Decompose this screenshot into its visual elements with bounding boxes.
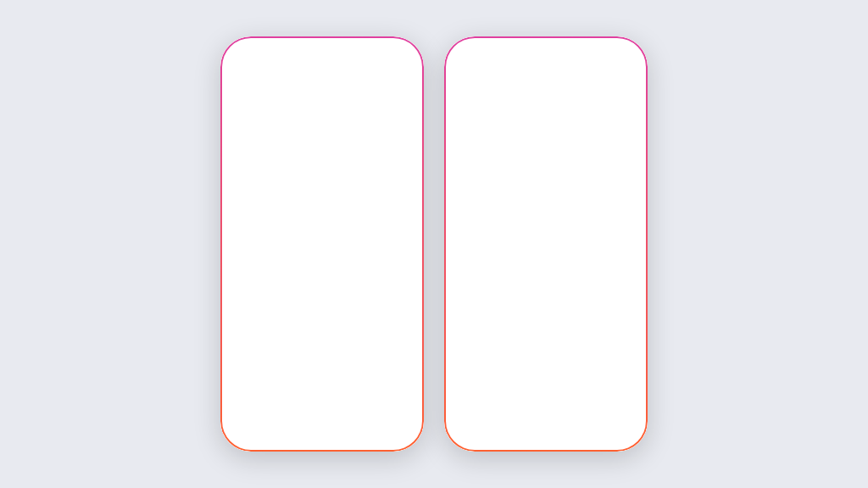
contact-connections-3: 60 shared connections (487, 308, 632, 316)
battery-icon-left (400, 44, 412, 50)
block-teen-row-2[interactable]: Block teen from Instagram (233, 328, 411, 358)
contact-item-3[interactable]: NSprincess_peaceNicollete Sanders60 shar… (456, 286, 636, 321)
contact-name-3: Nicollete Sanders (487, 299, 632, 308)
contact-username-2: ted_graham321 (487, 254, 632, 263)
page-title-left: Time management (232, 80, 412, 97)
block-teen-toggle-2[interactable] (386, 335, 403, 352)
daily-limit-value: 1 hour (242, 279, 265, 288)
battery-icon-right (624, 44, 636, 50)
avatar-2: TG (456, 254, 481, 280)
block-teen-label-2: Block teen from Instagram (242, 339, 341, 348)
chats-description: See who your teen chatted with for the l… (456, 103, 636, 147)
search-bar[interactable]: 🔍 Search (456, 154, 636, 172)
contact-item-1[interactable]: CKsprinkles_bby19Chirsty Kaiden159 share… (456, 214, 636, 250)
signal-icon-right (600, 43, 611, 51)
daily-limit-label: Daily limit (232, 252, 412, 264)
back-button-left[interactable]: ‹ (232, 62, 412, 75)
contact-connections-5: 0 shared connections (487, 378, 632, 386)
sleep-time-row[interactable]: 10 PM – 7 AM Every day › (233, 151, 411, 183)
sleep-schedule: Every day (242, 167, 295, 175)
contact-info-0: e.manny.well.52Elijah Manny33 shared con… (487, 183, 632, 209)
status-icons-left: ▲ (376, 42, 412, 51)
right-screen-content: ‹ Who they have chats with See who your … (444, 53, 648, 452)
contact-name-2: Ted Graham (487, 263, 632, 272)
block-teen-label-1: Block teen from Instagram (242, 225, 341, 235)
right-phone-inner: 5:26 ▲ ‹ Who they ha (444, 36, 648, 452)
block-teen-row-1[interactable]: Block teen from Instagram (233, 214, 411, 245)
chevron-contact-1: › (632, 226, 636, 236)
time-right: 5:26 (456, 42, 475, 52)
contact-name-4: 10 accounts (487, 338, 632, 347)
search-icon: 🔍 (463, 158, 473, 168)
back-button-right[interactable]: ‹ (456, 62, 636, 75)
contact-connections-0: 33 shared connections (487, 201, 632, 209)
block-teen-toggle-1[interactable] (386, 221, 403, 238)
contact-connections-1: 159 shared connections (487, 236, 632, 245)
time-management-screen: ‹ Time management Learn more about manag… (220, 53, 424, 374)
contact-info-2: ted_graham321Ted Graham0 shared connecti… (487, 254, 632, 280)
remind-teen-toggle-1[interactable] (386, 190, 403, 207)
contact-item-0[interactable]: EMe.manny.well.52Elijah Manny33 shared c… (456, 179, 636, 214)
chevron-contact-3: › (632, 297, 636, 308)
sleep-time-value: 10 PM – 7 AM (242, 158, 295, 167)
avatar-3: NS (456, 290, 481, 315)
chevron-sleep: › (399, 161, 403, 173)
contact-info-4: Group chat10 accounts (487, 329, 632, 347)
right-phone: 5:26 ▲ ‹ Who they ha (444, 36, 648, 452)
signal-icon-left (376, 43, 387, 51)
remind-teen-row-2[interactable]: Remind teen to close Instagram (233, 297, 411, 328)
contact-info-5: super_santi_73Sam Santi0 shared connecti… (487, 360, 632, 386)
contact-info-3: princess_peaceNicollete Sanders60 shared… (487, 290, 632, 316)
chevron-contact-2: › (632, 262, 636, 272)
status-icons-right: ▲ (600, 42, 636, 51)
avatar-4: GC (456, 325, 481, 351)
chevron-contact-5: › (632, 368, 636, 378)
chevron-contact-4: › (632, 333, 636, 343)
contact-name-1: Chirsty Kaiden (487, 228, 632, 236)
contact-username-5: super_santi_73 (487, 360, 632, 369)
contact-name-0: Elijah Manny (487, 192, 632, 201)
phones-container: 5:26 ▲ ‹ Time manage (220, 36, 648, 452)
contact-username-0: e.manny.well.52 (487, 183, 632, 192)
time-left: 5:26 (232, 42, 251, 52)
notch-left (292, 36, 352, 52)
notch-right (516, 36, 576, 52)
daily-limit-row[interactable]: 1 hour › (233, 270, 411, 297)
contact-username-1: sprinkles_bby19 (487, 219, 632, 228)
wifi-icon-left: ▲ (390, 42, 398, 51)
subtitle-left: Learn more about managing your teen's ti… (232, 101, 412, 125)
contact-info-1: sprinkles_bby19Chirsty Kaiden159 shared … (487, 219, 632, 245)
remind-teen-row-1[interactable]: Remind teen to close Instagram (233, 183, 411, 214)
contact-name-5: Sam Santi (487, 369, 632, 378)
left-phone: 5:26 ▲ ‹ Time manage (220, 36, 424, 452)
chevron-daily: › (399, 277, 403, 289)
learn-more-chats[interactable]: Learn more (498, 137, 539, 147)
left-screen-content: ‹ Time management Learn more about manag… (220, 53, 424, 452)
daily-limit-card: 1 hour › Remind teen to close Instagram … (232, 269, 412, 359)
contact-item-4[interactable]: GCGroup chat10 accounts› (456, 321, 636, 356)
avatar-0: EM (456, 183, 481, 208)
remind-teen-label-2: Remind teen to close Instagram (242, 308, 361, 317)
contact-list: EMe.manny.well.52Elijah Manny33 shared c… (456, 179, 636, 391)
search-placeholder: Search (477, 158, 504, 168)
wifi-icon-right: ▲ (614, 42, 621, 51)
avatar-1: CK (456, 219, 481, 244)
contact-item-5[interactable]: SSsuper_santi_73Sam Santi0 shared connec… (456, 356, 636, 391)
chevron-contact-0: › (632, 191, 636, 201)
chats-with-screen: ‹ Who they have chats with See who your … (444, 53, 648, 452)
page-title-right: Who they have chats with (456, 80, 636, 98)
sleep-mode-card: 10 PM – 7 AM Every day › Remind teen to … (232, 150, 412, 246)
avatar-5: SS (456, 360, 481, 385)
remind-teen-label-1: Remind teen to close Instagram (242, 194, 361, 203)
contact-connections-2: 0 shared connections (487, 272, 632, 280)
left-phone-inner: 5:26 ▲ ‹ Time manage (220, 36, 424, 452)
contact-username-3: princess_peace (487, 290, 632, 299)
sleep-mode-label: Sleep mode (232, 133, 412, 145)
remind-teen-toggle-2[interactable] (386, 303, 403, 320)
learn-more-link-left[interactable]: Learn more (232, 102, 275, 111)
contact-item-2[interactable]: TGted_graham321Ted Graham0 shared connec… (456, 250, 636, 286)
contact-username-4: Group chat (487, 329, 632, 338)
